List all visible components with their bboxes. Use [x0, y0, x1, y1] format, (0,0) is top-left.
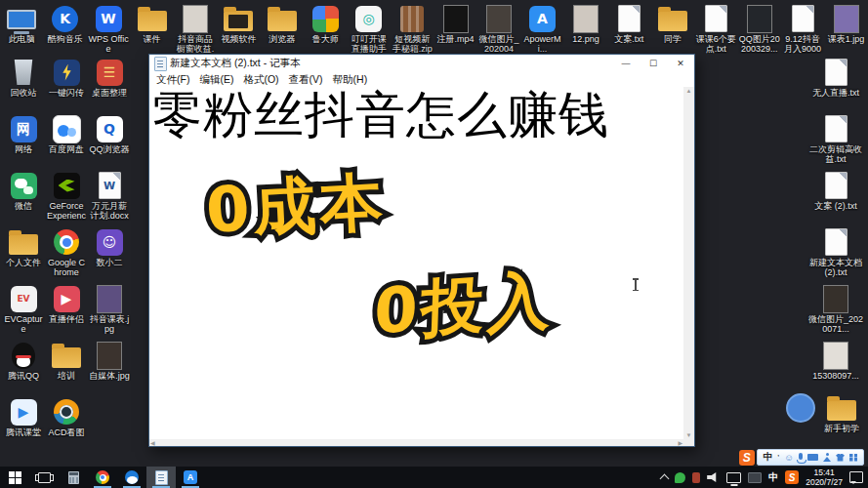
desktop-icon[interactable]: WWPS Office [87, 1, 130, 54]
menu-item[interactable]: 查看(V) [284, 73, 328, 87]
desktop-icon[interactable]: 抖音商品橱窗收益.mp4 [174, 1, 217, 54]
task-view-button[interactable] [29, 467, 59, 488]
desktop-icon[interactable]: 网网络 [2, 111, 45, 168]
desktop-icon[interactable]: 一键闪传 [45, 55, 88, 111]
desktop-icon[interactable]: 浏览器 [261, 1, 304, 54]
desktop-icon[interactable]: ☺数小二 [88, 224, 131, 281]
desktop-icon[interactable]: K酷狗音乐 [43, 1, 86, 54]
desktop-icon[interactable]: 培训 [45, 338, 88, 394]
desktop-icon[interactable]: 无人直播.txt [806, 55, 866, 111]
emoji-button[interactable]: ☺ [784, 452, 794, 463]
scroll-right-icon[interactable]: ▶ [677, 439, 683, 447]
desktop-icon[interactable]: 课课6个要点.txt [694, 1, 737, 54]
soft-keyboard-button[interactable] [807, 454, 818, 461]
punctuation-button[interactable]: ’ [777, 453, 779, 463]
vertical-scrollbar[interactable]: ▲ ▼ [683, 87, 694, 439]
desktop-icon[interactable]: 回收站 [2, 55, 45, 111]
desktop-icon[interactable]: 文案 (2).txt [806, 168, 866, 224]
close-button[interactable]: ✕ [667, 55, 694, 72]
notepad-button[interactable] [146, 467, 176, 488]
desktop-icon[interactable]: 课件 [130, 1, 173, 54]
scroll-down-icon[interactable]: ▼ [685, 431, 693, 439]
desktop-icon[interactable]: ☰桌面整理 [88, 55, 131, 111]
desktop-icon[interactable]: ▶直播伴侣 [45, 281, 88, 338]
desktop-icon[interactable]: 微信图片_2020071... [806, 281, 866, 338]
desktop-icon[interactable]: 微信 [2, 168, 45, 224]
desktop-icon-label: 鲁大师 [304, 34, 347, 44]
start-button[interactable] [0, 467, 29, 488]
wechat-tray-button[interactable] [675, 472, 685, 483]
ime-mode-button[interactable]: 中 [768, 470, 778, 484]
wps-office-icon-glyph: W [101, 12, 115, 25]
desktop-icon[interactable]: 微信图片_2020042... [477, 1, 520, 54]
desktop-icon[interactable]: 个人文件 [2, 224, 45, 281]
menu-item[interactable]: 文件(F) [151, 73, 194, 87]
desktop-icon[interactable]: AApowerMi... [520, 1, 563, 54]
desktop-icon[interactable]: ▶腾讯课堂 [2, 394, 45, 451]
desktop-icon[interactable]: 文案.txt [607, 1, 650, 54]
desktop-icon[interactable]: W万元月薪计划.docx [88, 168, 131, 224]
desktop-icon[interactable]: GeForce Experience [45, 168, 88, 224]
desktop-icon[interactable]: 此电脑 [0, 1, 43, 54]
desktop-icon-label: 视频软件 [217, 34, 260, 44]
desktop-icon[interactable]: 新手初学 [821, 390, 862, 433]
horizontal-scrollbar[interactable]: ◀ ▶ [149, 439, 683, 446]
desktop-icon[interactable]: EVEVCapture [2, 281, 45, 338]
desktop-icon[interactable]: 新建文本文档 (2).txt [806, 224, 866, 281]
apowermirror-icon: A [184, 470, 197, 484]
menu-item[interactable]: 格式(O) [238, 73, 283, 87]
notepad-text-area[interactable]: 零粉丝抖音怎么赚钱 0成本0成本 0投入0投入 ▲ ▼ ◀ ▶ [149, 87, 694, 446]
menu-item[interactable]: 编辑(E) [194, 73, 238, 87]
desktop-icon[interactable]: 抖音课表.jpg [88, 281, 131, 338]
desktop-icon[interactable]: ACD看图 [45, 394, 88, 451]
toolbox-button[interactable] [849, 454, 857, 462]
desktop-icon[interactable]: 自媒体.jpg [88, 338, 131, 394]
app-window-tray-button[interactable] [748, 472, 762, 483]
desktop-icon[interactable]: 视频软件 [217, 1, 260, 54]
desktop-icon[interactable]: QQ图片20200329... [737, 1, 780, 54]
sogou-logo-icon[interactable]: S [739, 450, 755, 466]
menu-item[interactable]: 帮助(H) [328, 73, 373, 87]
desktop-icon[interactable]: 同学 [651, 1, 694, 54]
text-file-icon [705, 5, 727, 32]
desktop-icon[interactable]: 12.png [564, 1, 607, 54]
desktop-icon[interactable]: 腾讯QQ [2, 338, 45, 394]
notepad-titlebar[interactable]: 新建文本文档 (2).txt - 记事本 — ☐ ✕ [149, 55, 694, 72]
desktop-icon[interactable]: 注册.mp4 [434, 1, 476, 54]
maximize-button[interactable]: ☐ [640, 55, 667, 72]
display-button[interactable] [726, 472, 741, 483]
handwriting-button[interactable] [823, 453, 831, 462]
desktop-icon[interactable]: 15308097... [806, 338, 866, 394]
desktop-icon[interactable]: 百度网盘 [45, 111, 88, 168]
action-center-button[interactable] [849, 471, 863, 483]
apowermirror-button[interactable]: A [176, 467, 205, 488]
desktop-icon[interactable]: ◎叮叮开课直播助手 [348, 1, 391, 54]
scroll-left-icon[interactable]: ◀ [149, 439, 156, 447]
desktop-icon[interactable]: QQQ浏览器 [88, 111, 131, 168]
tencent-classroom-icon-glyph: ▶ [19, 405, 29, 419]
desktop-icon[interactable]: 鲁大师 [304, 1, 347, 54]
speaker-icon [707, 472, 720, 482]
sogou-tray-button[interactable]: S [785, 470, 799, 484]
chevron-up-icon [660, 473, 670, 483]
qq-browser-button[interactable] [117, 467, 146, 488]
scroll-up-icon[interactable]: ▲ [685, 87, 693, 95]
desktop-icon[interactable] [780, 390, 821, 433]
desktop-icon[interactable]: 二次剪辑高收益.txt [806, 111, 866, 168]
voice-input-button[interactable] [799, 453, 803, 462]
security-tray-button[interactable] [692, 472, 700, 483]
desktop-icon[interactable]: 课表1.jpg [824, 1, 867, 54]
minimize-button[interactable]: — [612, 55, 640, 72]
ime-chinese-button[interactable]: 中 [764, 451, 773, 464]
desktop-icon[interactable]: 9.12抖音月入9000+快速... [781, 1, 824, 54]
desktop-icon[interactable]: 短视频新手秘籍.zip [391, 1, 434, 54]
skin-button[interactable] [836, 454, 845, 462]
folder-icon [138, 11, 167, 31]
taskbar-clock[interactable]: 15:412020/7/27 [806, 468, 843, 487]
chrome-button[interactable] [88, 467, 117, 488]
calculator-button[interactable] [59, 467, 88, 488]
hidden-icons-button[interactable] [661, 473, 668, 482]
volume-button[interactable] [707, 472, 720, 482]
desktop-icon-label: 一键闪传 [45, 88, 88, 98]
desktop-icon[interactable]: Google Chrome [45, 224, 88, 281]
